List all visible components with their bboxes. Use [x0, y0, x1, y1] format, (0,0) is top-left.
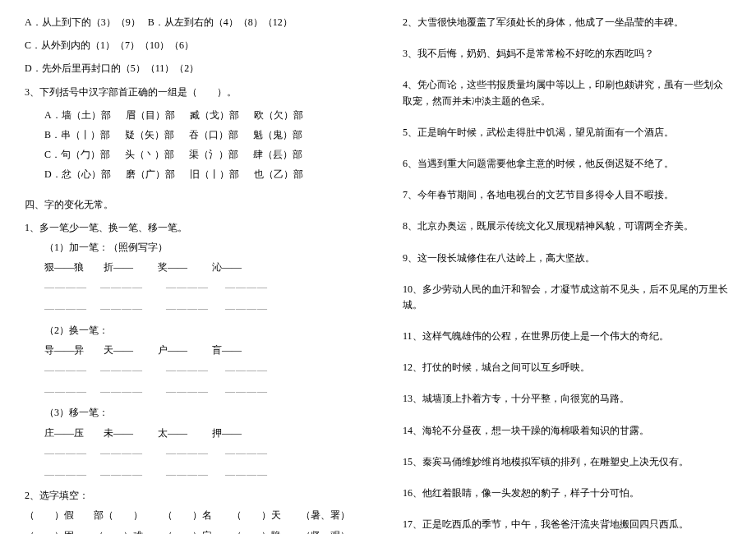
blank-row: ———— ———— ———— ————: [25, 467, 363, 482]
s5-item-7: 7、今年春节期间，各地电视台的文艺节目多得令人目不暇接。: [403, 187, 731, 203]
question-3: 3、下列括号中汉字部首正确的一组是（ ）。: [25, 85, 363, 100]
s5-item-4: 4、凭心而论，这些书报质量均属中等以上，印刷也颇讲究，虽有一些划众取宠，然而并未…: [403, 77, 731, 108]
q1-title: 1、多一笔少一笔、换一笔、移一笔。: [25, 220, 363, 236]
q1c-row: 庄——压 未—— 太—— 押——: [25, 426, 363, 441]
q1b-title: （2）换一笔：: [25, 323, 363, 338]
section-4-title: 四、字的变化无常。: [25, 197, 363, 213]
blank-row: ———— ———— ———— ————: [25, 279, 363, 295]
q1a-row: 狠——狼 折—— 奖—— 沁——: [25, 260, 363, 275]
blank-row: ———— ———— ———— ————: [25, 301, 363, 316]
option-d: D．先外后里再封口的（5）（11）（2）: [25, 61, 363, 76]
right-column: 2、大雪很快地覆盖了军须处长的身体，他成了一坐晶莹的丰碑。 3、我不后悔，奶奶、…: [378, 0, 756, 534]
s5-item-14: 14、海轮不分昼夜，想一块干躁的海棉吸着知识的甘露。: [403, 423, 731, 439]
s5-item-17: 17、正是吃西瓜的季节，中午，我爸爸汗流夹背地搬回四只西瓜。: [403, 517, 731, 532]
blank-row: ———— ———— ———— ————: [25, 384, 363, 399]
s5-item-16: 16、他红着眼睛，像一头发恕的豹子，样子十分可怕。: [403, 486, 731, 501]
q3-option-a: A．墙（土）部 眉（目）部 臧（戈）部 欧（欠）部: [25, 108, 363, 123]
s5-item-3: 3、我不后悔，奶奶、妈妈不是常常检不好吃的东西吃吗？: [403, 46, 731, 62]
q3-option-d: D．忿（心）部 磨（广）部 旧（丨）部 也（乙）部: [25, 167, 363, 182]
q2-row-a: （ ）假 部（ ） （ ）名 （ ）天 （暑、署）: [25, 508, 363, 523]
s5-item-15: 15、秦宾马俑维妙维肖地模拟军镇的排列，在雕塑史上决无仅有。: [403, 454, 731, 470]
left-column: A．从上到下的（3）（9） B．从左到右的（4）（8）（12） C．从外到内的（…: [0, 0, 378, 534]
q1b-row: 导——异 天—— 户—— 盲——: [25, 343, 363, 358]
s5-item-10: 10、多少劳动人民的血汗和智会，才凝节成这前不见头，后不见尾的万里长城。: [403, 282, 731, 313]
blank-row: ———— ———— ———— ————: [25, 445, 363, 461]
q3-option-b: B．串（丨）部 疑（矢）部 吞（口）部 魁（鬼）部: [25, 127, 363, 143]
s5-item-13: 13、城墙顶上扑着方专，十分平整，向很宽的马路。: [403, 391, 731, 407]
blank-row: ———— ———— ———— ————: [25, 362, 363, 378]
q1a-title: （1）加一笔：（照例写字）: [25, 240, 363, 255]
q2-title: 2、选字填空：: [25, 488, 363, 504]
q3-option-c: C．句（勹）部 头（丶）部 渠（氵）部 肆（镸）部: [25, 147, 363, 163]
s5-item-6: 6、当遇到重大问题需要他拿主意的时候，他反倒迟疑不绝了。: [403, 156, 731, 172]
s5-item-5: 5、正是晌午时候，武松走得肚中饥渴，望见前面有一个酒店。: [403, 125, 731, 140]
s5-item-12: 12、打仗的时候，城台之间可以互乡呼映。: [403, 360, 731, 375]
q1c-title: （3）移一笔：: [25, 405, 363, 421]
s5-item-11: 11、这样气魄雄伟的公程，在世界历使上是一个伟大的奇纪。: [403, 329, 731, 344]
s5-item-2: 2、大雪很快地覆盖了军须处长的身体，他成了一坐晶莹的丰碑。: [403, 15, 731, 30]
s5-item-9: 9、这一段长城修住在八达岭上，高大坚故。: [403, 251, 731, 266]
option-a: A．从上到下的（3）（9） B．从左到右的（4）（8）（12）: [25, 15, 363, 30]
option-c: C．从外到内的（1）（7）（10）（6）: [25, 38, 363, 53]
q2-row-b: （ ）固 （ ）难 （ ）定 （ ）隐 （坚、艰）: [25, 528, 363, 535]
s5-item-8: 8、北京办奥运，既展示传统文化又展现精神风貌，可谓两全齐美。: [403, 219, 731, 234]
